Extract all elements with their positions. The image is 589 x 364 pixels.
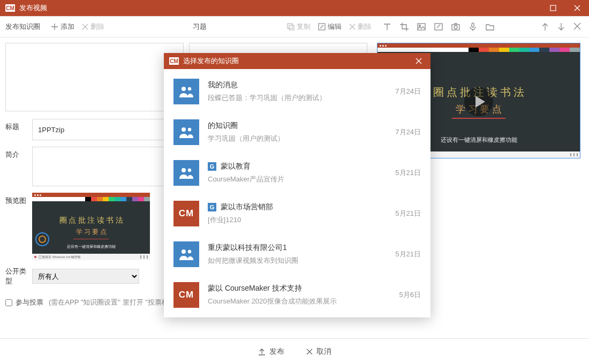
publish-button[interactable]: 发布 bbox=[258, 347, 284, 357]
edit-button[interactable]: 编辑 bbox=[318, 22, 342, 32]
group-badge: G bbox=[208, 162, 216, 171]
circle-item[interactable]: CM G蒙以市场营销部 [作业]1210 5月21日 bbox=[164, 193, 431, 234]
select-circle-dialog: CM 选择发布的知识圈 我的消息 段蝶已答题：学习巩固（用户的测试） 7月24日… bbox=[164, 53, 431, 317]
publish-circle-box[interactable] bbox=[5, 43, 184, 111]
add-label: 添加 bbox=[61, 22, 74, 32]
edit-icon bbox=[318, 23, 326, 31]
circle-item[interactable]: CM 蒙以 CourseMaker 技术支持 CourseMaker 2020抠… bbox=[164, 275, 431, 315]
mic-icon[interactable] bbox=[468, 22, 478, 32]
board-line2: 学 习 要 点 bbox=[76, 228, 107, 237]
circle-date: 5月21日 bbox=[395, 249, 421, 259]
dialog-app-icon: CM bbox=[169, 57, 179, 65]
copy-button[interactable]: 复制 bbox=[287, 22, 311, 32]
dialog-list: 我的消息 段蝶已答题：学习巩固（用户的测试） 7月24日 的知识圈 学习巩固（用… bbox=[164, 69, 431, 317]
circle-item[interactable]: 重庆蒙以科技有限公司1 如何把微课视频发布到知识圈 5月21日 bbox=[164, 234, 431, 275]
circle-subtitle: CourseMaker产品宣传片 bbox=[208, 175, 390, 184]
avatar-people bbox=[173, 160, 199, 186]
avatar-cm: CM bbox=[173, 201, 199, 226]
circle-item[interactable]: 的知识圈 学习巩固（用户的测试） 7月24日 bbox=[164, 112, 431, 153]
svg-point-5 bbox=[419, 25, 421, 27]
avatar-people bbox=[173, 119, 199, 145]
window-title: 发布视频 bbox=[19, 3, 541, 13]
circle-date: 5月21日 bbox=[395, 209, 421, 218]
circle-subtitle: 如何把微课视频发布到知识圈 bbox=[208, 256, 390, 266]
board-caption: 还设有一键清屏和橡皮擦功能 bbox=[441, 136, 517, 144]
crop-icon[interactable] bbox=[399, 22, 409, 32]
circle-item[interactable]: 我的消息 段蝶已答题：学习巩固（用户的测试） 7月24日 bbox=[164, 71, 431, 112]
svg-point-15 bbox=[188, 169, 191, 172]
preview-label: 预览图 bbox=[5, 193, 32, 206]
app-icon: CM bbox=[5, 4, 15, 12]
folder-icon[interactable] bbox=[485, 22, 495, 32]
dialog-close-button[interactable] bbox=[406, 53, 431, 69]
circle-date: 7月24日 bbox=[395, 127, 421, 137]
group-badge: G bbox=[208, 203, 216, 211]
circle-name: 的知识圈 bbox=[208, 121, 238, 131]
maximize-button[interactable] bbox=[541, 0, 565, 16]
delete-button[interactable]: 删除 bbox=[82, 22, 104, 32]
title-label: 标题 bbox=[5, 119, 32, 132]
pencil-icon[interactable] bbox=[434, 22, 443, 32]
circle-date: 5月21日 bbox=[395, 168, 421, 178]
x-icon bbox=[82, 24, 88, 30]
circle-subtitle: CourseMaker 2020抠像合成功能效果展示 bbox=[208, 297, 394, 306]
svg-rect-4 bbox=[418, 24, 425, 30]
x-clear-icon[interactable] bbox=[573, 22, 582, 32]
cancel-button[interactable]: 取消 bbox=[306, 347, 331, 357]
publish-label: 发布 bbox=[269, 347, 284, 357]
board-caption: 还设有一键清屏和橡皮擦功能 bbox=[67, 244, 116, 249]
arrow-up-icon[interactable] bbox=[541, 22, 549, 32]
circle-date: 7月24日 bbox=[395, 87, 421, 96]
upload-icon bbox=[258, 347, 266, 356]
copy-label: 复制 bbox=[297, 22, 311, 32]
vote-hint: (需在APP "知识圈设置" 里打开 "投票模式" ) bbox=[49, 298, 182, 307]
plus-icon bbox=[51, 23, 58, 31]
svg-rect-9 bbox=[472, 23, 474, 27]
delete-label: 删除 bbox=[90, 22, 104, 32]
avatar-cm: CM bbox=[173, 282, 199, 308]
dialog-titlebar: CM 选择发布的知识圈 bbox=[164, 53, 431, 69]
circle-name: 蒙以 CourseMaker 技术支持 bbox=[208, 284, 302, 293]
svg-rect-2 bbox=[289, 25, 294, 30]
circle-subtitle: 段蝶已答题：学习巩固（用户的测试） bbox=[208, 93, 390, 103]
svg-point-10 bbox=[182, 87, 186, 91]
image-icon[interactable] bbox=[417, 22, 426, 32]
delete2-label: 删除 bbox=[358, 22, 372, 32]
cancel-label: 取消 bbox=[316, 347, 331, 357]
svg-point-17 bbox=[188, 250, 191, 253]
toolbar: 发布知识圈 添加 删除 习题 复制 编辑 删除 bbox=[0, 16, 589, 37]
circle-name: 蒙以市场营销部 bbox=[221, 202, 273, 212]
open-type-select[interactable]: 所有人 bbox=[32, 269, 139, 284]
arrow-down-icon[interactable] bbox=[557, 22, 565, 32]
preview-thumbnail[interactable]: 圈 点 批 注 读 书 法 学 习 要 点 还设有一键清屏和橡皮擦功能 已连接至… bbox=[32, 193, 150, 260]
svg-point-12 bbox=[182, 127, 186, 132]
circle-subtitle: [作业]1210 bbox=[208, 215, 390, 225]
close-button[interactable] bbox=[565, 0, 589, 16]
board-line1: 圈 点 批 注 读 书 法 bbox=[59, 216, 123, 225]
delete2-button[interactable]: 删除 bbox=[349, 22, 372, 32]
vote-label: 参与投票 bbox=[16, 298, 43, 307]
svg-point-14 bbox=[182, 168, 186, 172]
circle-name: 蒙以教育 bbox=[221, 162, 251, 171]
vote-checkbox[interactable] bbox=[5, 299, 12, 306]
exercise-label: 习题 bbox=[193, 22, 207, 32]
play-icon[interactable] bbox=[464, 87, 493, 116]
text-tool-icon[interactable] bbox=[382, 22, 392, 32]
circle-subtitle: 学习巩固（用户的测试） bbox=[208, 134, 390, 143]
add-button[interactable]: 添加 bbox=[51, 22, 74, 32]
x-icon bbox=[306, 348, 313, 355]
circle-name: 重庆蒙以科技有限公司1 bbox=[208, 243, 287, 253]
circle-item[interactable]: G蒙以教育 CourseMaker产品宣传片 5月21日 bbox=[164, 153, 431, 193]
copy-icon bbox=[287, 23, 294, 31]
open-type-label: 公开类型 bbox=[5, 267, 32, 286]
publish-circle-label: 发布知识圈 bbox=[5, 22, 40, 32]
circle-date: 5月6日 bbox=[399, 290, 421, 300]
svg-point-13 bbox=[188, 128, 191, 131]
svg-point-11 bbox=[188, 87, 191, 90]
svg-point-8 bbox=[454, 26, 457, 29]
avatar-people bbox=[173, 79, 199, 104]
svg-point-16 bbox=[182, 249, 186, 254]
camera-icon[interactable] bbox=[451, 22, 460, 32]
intro-label: 简介 bbox=[5, 147, 32, 160]
svg-rect-6 bbox=[435, 24, 442, 30]
